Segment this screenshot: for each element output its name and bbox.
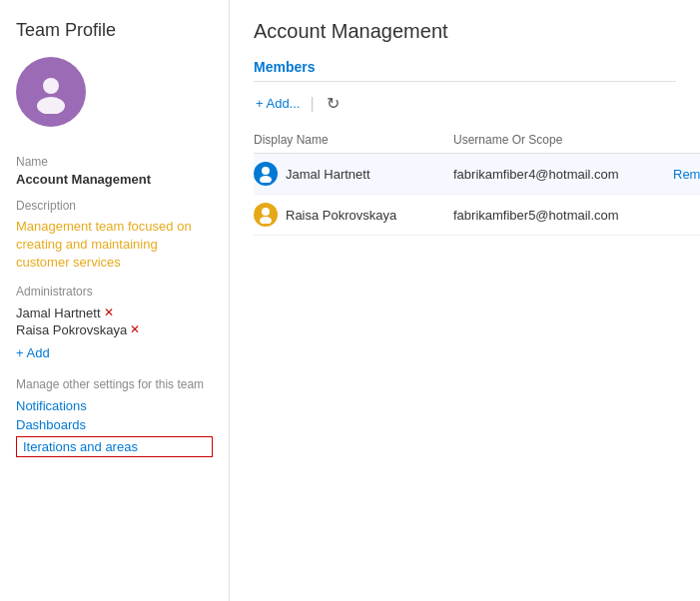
members-section-header: Members xyxy=(254,59,676,75)
admin-item: Raisa Pokrovskaya ✕ xyxy=(16,322,213,337)
member-avatar-0 xyxy=(254,162,278,186)
add-admin-link[interactable]: + Add xyxy=(16,345,213,360)
admin-item: Jamal Hartnett ✕ xyxy=(16,305,213,320)
main-content: Account Management Members + Add... | ↻ … xyxy=(230,0,700,601)
dashboards-link[interactable]: Dashboards xyxy=(16,417,213,432)
remove-admin-0[interactable]: ✕ xyxy=(104,305,114,319)
admin-name-0: Jamal Hartnett xyxy=(16,305,101,320)
member-name-0: Jamal Hartnett xyxy=(286,167,370,182)
table-row: Jamal Hartnett fabrikamfiber4@hotmail.co… xyxy=(254,154,700,195)
sidebar: Team Profile Name Account Management Des… xyxy=(0,0,230,601)
toolbar-separator: | xyxy=(310,95,314,113)
section-divider xyxy=(254,81,676,82)
table-row: Raisa Pokrovskaya fabrikamfiber5@hotmail… xyxy=(254,195,700,236)
remove-member-0-link[interactable]: Remove xyxy=(673,167,700,182)
member-remove-cell-0: Remove xyxy=(673,154,700,195)
administrators-label: Administrators xyxy=(16,285,213,299)
member-name-wrapper: Raisa Pokrovskaya xyxy=(254,203,445,227)
remove-admin-1[interactable]: ✕ xyxy=(130,322,140,336)
member-username-1: fabrikamfiber5@hotmail.com xyxy=(453,195,673,236)
svg-point-2 xyxy=(262,167,270,175)
add-member-label: + Add... xyxy=(256,96,300,111)
add-member-button[interactable]: + Add... xyxy=(254,92,302,115)
notifications-link[interactable]: Notifications xyxy=(16,398,213,413)
table-header: Display Name Username Or Scope xyxy=(254,127,700,154)
table-body: Jamal Hartnett fabrikamfiber4@hotmail.co… xyxy=(254,154,700,236)
description-label: Description xyxy=(16,199,213,213)
col-actions xyxy=(673,127,700,154)
member-avatar-icon-1 xyxy=(257,206,275,224)
col-display-name: Display Name xyxy=(254,127,453,154)
admins-list: Jamal Hartnett ✕ Raisa Pokrovskaya ✕ xyxy=(16,305,213,339)
member-display-name-cell: Raisa Pokrovskaya xyxy=(254,195,453,236)
sidebar-title: Team Profile xyxy=(16,20,213,41)
member-avatar-1 xyxy=(254,203,278,227)
team-avatar-icon xyxy=(29,70,73,114)
members-table: Display Name Username Or Scope Jamal xyxy=(254,127,700,236)
name-label: Name xyxy=(16,155,213,169)
member-name-wrapper: Jamal Hartnett xyxy=(254,162,445,186)
refresh-button[interactable]: ↻ xyxy=(323,92,344,115)
svg-point-5 xyxy=(260,217,272,224)
member-username-0: fabrikamfiber4@hotmail.com xyxy=(453,154,673,195)
member-remove-cell-1 xyxy=(673,195,700,236)
member-display-name-cell: Jamal Hartnett xyxy=(254,154,453,195)
iterations-and-areas-link[interactable]: Iterations and areas xyxy=(16,436,213,457)
manage-settings-label: Manage other settings for this team xyxy=(16,376,213,393)
col-username: Username Or Scope xyxy=(453,127,673,154)
member-name-1: Raisa Pokrovskaya xyxy=(286,208,396,223)
refresh-icon: ↻ xyxy=(327,94,340,113)
members-toolbar: + Add... | ↻ xyxy=(254,92,676,115)
table-header-row: Display Name Username Or Scope xyxy=(254,127,700,154)
member-avatar-icon-0 xyxy=(257,165,275,183)
description-value: Management team focused on creating and … xyxy=(16,218,213,273)
svg-point-0 xyxy=(43,78,59,94)
name-value: Account Management xyxy=(16,172,213,187)
admin-name-1: Raisa Pokrovskaya xyxy=(16,322,127,337)
svg-point-4 xyxy=(262,208,270,216)
page-title: Account Management xyxy=(254,20,676,43)
svg-point-3 xyxy=(260,176,272,183)
svg-point-1 xyxy=(37,97,65,114)
team-avatar xyxy=(16,57,86,127)
